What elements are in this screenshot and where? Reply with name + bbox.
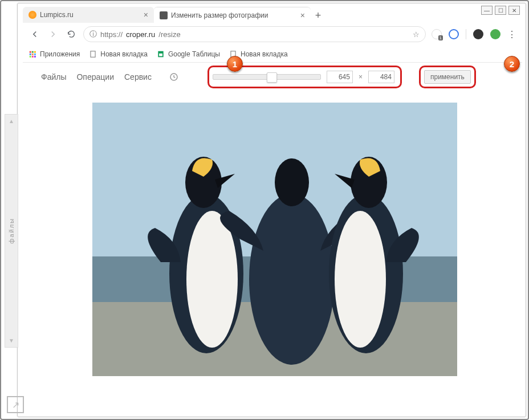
height-input[interactable]	[368, 71, 394, 83]
bookmark-item[interactable]: Google Таблицы	[157, 50, 220, 58]
forward-button[interactable]	[47, 28, 59, 40]
app-menu: Файлы Операции Сервис	[41, 72, 152, 81]
window-controls: — ☐ ✕	[481, 6, 520, 15]
site-info-icon[interactable]: ⓘ	[89, 29, 97, 39]
avatar-icon[interactable]	[473, 29, 483, 39]
apps-button[interactable]: Приложения	[29, 50, 80, 58]
url-scheme: https://	[100, 30, 123, 39]
extension-icon[interactable]: 1	[432, 29, 442, 39]
image-preview	[92, 103, 457, 376]
annotation-marker-2: 2	[504, 56, 520, 72]
tab-close-icon[interactable]: ×	[144, 10, 148, 19]
new-tab-button[interactable]: +	[311, 8, 325, 23]
tab-title: Lumpics.ru	[40, 11, 74, 19]
url-host: croper.ru	[126, 30, 155, 39]
annotation-marker-1: 1	[227, 56, 243, 72]
apps-grid-icon	[29, 50, 36, 58]
svg-rect-8	[34, 55, 36, 57]
reload-icon	[67, 30, 76, 39]
penguin-photo	[92, 103, 457, 376]
menu-service[interactable]: Сервис	[124, 72, 152, 81]
apply-button[interactable]: применить	[424, 70, 471, 84]
divider	[466, 29, 466, 39]
tab-croper-resize[interactable]: Изменить размер фотографии ×	[154, 7, 311, 23]
svg-point-23	[335, 211, 386, 348]
tab-close-icon[interactable]: ×	[300, 11, 305, 20]
plus-icon: +	[315, 10, 322, 22]
svg-rect-1	[32, 51, 34, 52]
svg-rect-5	[34, 53, 36, 55]
bookmark-item[interactable]: Новая вкладка	[89, 50, 148, 58]
close-icon: ✕	[512, 7, 516, 14]
minimize-button[interactable]: —	[481, 6, 493, 15]
chevron-down-icon[interactable]: ▼	[9, 337, 14, 344]
page-icon	[89, 50, 97, 58]
apply-highlight: применить	[419, 66, 476, 88]
close-window-button[interactable]: ✕	[508, 6, 520, 15]
tab-favicon-icon	[29, 11, 36, 19]
files-side-panel[interactable]: ▲ файлы ▼	[5, 114, 18, 348]
url-path: /resize	[158, 30, 180, 39]
svg-point-20	[249, 194, 335, 365]
globe-icon[interactable]	[449, 29, 459, 39]
svg-rect-9	[91, 51, 95, 57]
minimize-icon: —	[484, 7, 490, 14]
arrow-diagonal-icon: ↗	[12, 399, 19, 410]
arrow-right-icon	[48, 29, 58, 39]
tab-strip: Lumpics.ru × Изменить размер фотографии …	[23, 6, 325, 23]
extension-icons: 1 ⋮	[432, 29, 516, 40]
sheets-icon	[157, 50, 165, 58]
svg-rect-3	[30, 53, 31, 55]
marker-number: 2	[510, 59, 514, 69]
tab-title: Изменить размер фотографии	[171, 11, 268, 19]
chevron-up-icon[interactable]: ▲	[9, 118, 14, 124]
back-button[interactable]	[29, 28, 41, 40]
width-input[interactable]	[327, 71, 353, 83]
address-field[interactable]: ⓘ https://croper.ru/resize ☆	[83, 26, 426, 42]
bookmarks-bar: Приложения Новая вкладка Google Таблицы …	[23, 46, 522, 63]
bookmark-star-icon[interactable]: ☆	[413, 30, 420, 39]
tab-favicon-icon	[160, 11, 168, 19]
menu-dots-icon[interactable]: ⋮	[507, 29, 516, 40]
maximize-button[interactable]: ☐	[495, 6, 506, 15]
svg-rect-11	[159, 53, 162, 56]
tab-lumpics[interactable]: Lumpics.ru ×	[23, 7, 154, 23]
svg-rect-0	[30, 51, 31, 52]
svg-rect-6	[30, 55, 31, 57]
svg-point-21	[275, 158, 309, 206]
bookmark-label: Новая вкладка	[241, 50, 288, 58]
expand-icon[interactable]: ↗	[7, 396, 24, 413]
menu-files[interactable]: Файлы	[41, 72, 66, 81]
arrow-left-icon	[30, 29, 40, 39]
bookmark-label: Новая вкладка	[100, 50, 148, 58]
size-slider[interactable]	[213, 74, 321, 80]
menu-operations[interactable]: Операции	[76, 72, 114, 81]
svg-rect-7	[32, 55, 34, 57]
slider-thumb[interactable]	[267, 72, 277, 83]
svg-rect-4	[32, 53, 34, 55]
svg-rect-2	[34, 51, 36, 52]
bookmark-label: Google Таблицы	[168, 50, 220, 58]
marker-number: 1	[233, 59, 237, 69]
app-toolbar: Файлы Операции Сервис × применить	[23, 64, 522, 90]
history-icon[interactable]	[169, 72, 179, 82]
dimension-separator: ×	[359, 73, 363, 81]
side-panel-label: файлы	[8, 218, 15, 244]
reload-button[interactable]	[65, 28, 78, 40]
apps-label: Приложения	[40, 50, 80, 58]
url-bar: ⓘ https://croper.ru/resize ☆ 1 ⋮	[23, 24, 522, 44]
extension-icon[interactable]	[490, 29, 500, 39]
maximize-icon: ☐	[498, 7, 503, 14]
